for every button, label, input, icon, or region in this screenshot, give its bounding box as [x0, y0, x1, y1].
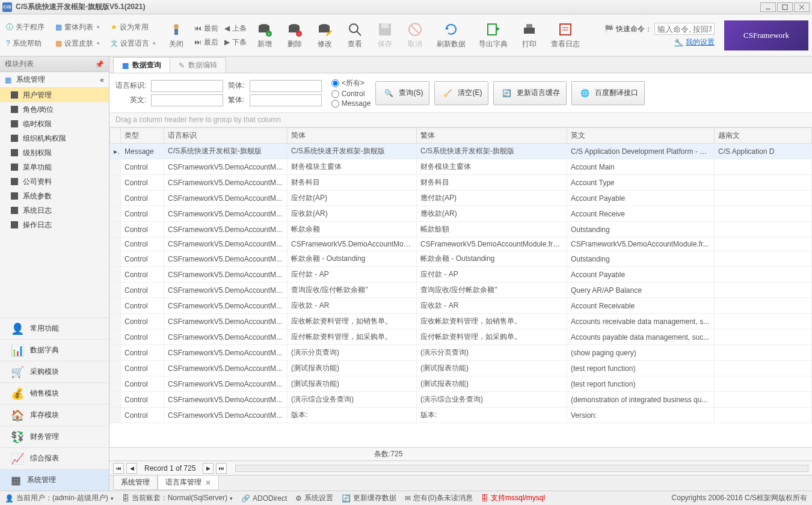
pager-next[interactable]: ▶ — [203, 463, 214, 474]
col-header[interactable]: 简体 — [288, 128, 417, 144]
bignav-0[interactable]: 👤常用功能 — [0, 317, 109, 339]
pager-first[interactable]: ⏮ — [113, 463, 124, 474]
btab-sysmgr[interactable]: 系统管理 — [113, 476, 158, 490]
quickcmd-input[interactable] — [654, 23, 715, 35]
next-button[interactable]: ▶下条 — [224, 37, 247, 47]
maximize-button[interactable] — [777, 2, 793, 12]
close-icon[interactable]: ✕ — [205, 479, 211, 487]
view-button[interactable]: 查看 — [343, 20, 367, 50]
status-account[interactable]: 🗄当前账套：Normal(SqlServer)▾ — [122, 493, 233, 503]
sidebar-item-6[interactable]: 公司资料 — [0, 174, 109, 189]
update-cache-button[interactable]: 🔄更新语言缓存 — [493, 81, 567, 105]
group-panel[interactable]: Drag a column header here to group by th… — [109, 113, 812, 127]
bignav-6[interactable]: 📈综合报表 — [0, 447, 109, 469]
table-row[interactable]: ControlCSFrameworkV5.DemoAccountM...应付款(… — [110, 191, 812, 206]
refresh-button[interactable]: 刷新数据 — [433, 20, 469, 50]
sidebar-item-9[interactable]: 操作日志 — [0, 218, 109, 232]
add-button[interactable]: +新增 — [253, 20, 277, 50]
col-header[interactable]: 繁体 — [417, 128, 567, 144]
radio-all[interactable]: <所有> — [331, 78, 371, 88]
radio-message[interactable]: Message — [331, 99, 371, 108]
status-db[interactable]: 🗄支持mssql/mysql — [481, 493, 545, 503]
bignav-7[interactable]: ▦系统管理 — [0, 469, 109, 491]
table-row[interactable]: ControlCSFrameworkV5.DemoAccountM...帐款余额… — [110, 251, 812, 267]
tab-data-query[interactable]: ▦数据查询 — [113, 57, 170, 73]
about-button[interactable]: ⓘ关于程序 — [4, 21, 47, 34]
query-button[interactable]: 🔍查询(S) — [375, 81, 429, 105]
setlang-button[interactable]: 文设置语言▾ — [108, 37, 158, 50]
table-row[interactable]: ControlCSFrameworkV5.DemoAccountM...应付帐款… — [110, 329, 812, 345]
radio-control[interactable]: Control — [331, 90, 371, 98]
sidebar-item-4[interactable]: 级别权限 — [0, 145, 109, 160]
bignav-5[interactable]: 💱财务管理 — [0, 426, 109, 447]
clear-button[interactable]: 🧹清空(E) — [434, 81, 488, 105]
status-user[interactable]: 👤当前用户：(admin-超级用户)▾ — [5, 493, 114, 503]
tab-data-edit[interactable]: ✎数据编辑 — [170, 57, 226, 73]
setskin-button[interactable]: ▦设置皮肤▾ — [53, 37, 102, 50]
db-icon: 🗄 — [481, 494, 488, 503]
table-row[interactable]: ControlCSFrameworkV5.DemoAccountM...(演示分… — [110, 345, 812, 361]
pager-prev[interactable]: ◀ — [126, 463, 137, 474]
table-row[interactable]: ControlCSFrameworkV5.DemoAccountM...CSFr… — [110, 237, 812, 251]
status-cache[interactable]: 🔄更新缓存数据 — [342, 493, 396, 503]
baidu-button[interactable]: 🌐百度翻译接口 — [571, 81, 645, 105]
data-grid[interactable]: 类型语言标识简体繁体英文越南文 ▸MessageC/S系统快速开发框架-旗舰版C… — [109, 127, 812, 447]
setdefault-button[interactable]: ★设为常用 — [108, 21, 158, 34]
table-row[interactable]: ControlCSFrameworkV5.DemoAccountM...(测试报… — [110, 376, 812, 392]
syshelp-button[interactable]: ?系统帮助 — [4, 37, 47, 50]
pager-last[interactable]: ⏭ — [216, 463, 227, 474]
sidebar-category[interactable]: ▦系统管理« — [0, 72, 109, 88]
eng-input[interactable] — [151, 94, 223, 106]
bignav-4[interactable]: 🏠库存模块 — [0, 404, 109, 426]
viewlog-button[interactable]: 查看日志 — [547, 20, 583, 50]
sidebar-item-5[interactable]: 菜单功能 — [0, 160, 109, 174]
sidebar-item-7[interactable]: 系统参数 — [0, 189, 109, 203]
lang-input[interactable] — [151, 80, 223, 92]
table-row[interactable]: ControlCSFrameworkV5.DemoAccountM...帐款余额… — [110, 222, 812, 237]
table-row[interactable]: ▸MessageC/S系统快速开发框架-旗舰版C/S系统快速开发框架-旗舰版C/… — [110, 144, 812, 159]
mysetting-link[interactable]: 🔧我的设置 — [674, 37, 715, 47]
table-row[interactable]: ControlCSFrameworkV5.DemoAccountM...应收帐款… — [110, 314, 812, 329]
trad-input[interactable] — [250, 94, 322, 106]
table-row[interactable]: ControlCSFrameworkV5.DemoAccountM...应收款 … — [110, 298, 812, 314]
col-header[interactable]: 英文 — [567, 128, 715, 144]
table-row[interactable]: ControlCSFrameworkV5.DemoAccountM...应收款(… — [110, 206, 812, 222]
prev-button[interactable]: ◀上条 — [224, 23, 247, 34]
status-msg[interactable]: ✉您有(0)条未读消息 — [405, 493, 473, 503]
simp-input[interactable] — [250, 80, 322, 92]
first-button[interactable]: ⏮最前 — [194, 23, 218, 34]
bignav-3[interactable]: 💰销售模块 — [0, 382, 109, 404]
hscrollbar[interactable] — [235, 465, 808, 472]
table-row[interactable]: ControlCSFrameworkV5.DemoAccountM...财务模块… — [110, 159, 812, 175]
sidebar-item-3[interactable]: 组织机构权限 — [0, 131, 109, 145]
export-button[interactable]: 导出字典 — [475, 20, 511, 50]
status-settings[interactable]: ⚙系统设置 — [295, 493, 333, 503]
sidebar-item-0[interactable]: 用户管理 — [0, 88, 109, 102]
table-row[interactable]: ControlCSFrameworkV5.DemoAccountM...(演示综… — [110, 392, 812, 408]
modify-button[interactable]: 修改 — [313, 20, 337, 50]
windowlist-button[interactable]: ▦窗体列表▾ — [53, 21, 102, 34]
last-button[interactable]: ⏭最后 — [194, 37, 218, 47]
close-button[interactable] — [794, 2, 810, 12]
bignav-1[interactable]: 📊数据字典 — [0, 339, 109, 361]
sidebar-item-8[interactable]: 系统日志 — [0, 203, 109, 218]
bignav-2[interactable]: 🛒采购模块 — [0, 361, 109, 382]
db-icon: 🗄 — [122, 494, 129, 503]
print-button[interactable]: 打印 — [517, 20, 541, 50]
col-header[interactable]: 类型 — [121, 128, 164, 144]
delete-button[interactable]: −删除 — [283, 20, 307, 50]
col-header[interactable]: 越南文 — [715, 128, 812, 144]
table-row[interactable]: ControlCSFrameworkV5.DemoAccountM...财务科目… — [110, 175, 812, 191]
sidebar-item-1[interactable]: 角色/岗位 — [0, 102, 109, 117]
table-row[interactable]: ControlCSFrameworkV5.DemoAccountM...查询应收… — [110, 283, 812, 298]
table-row[interactable]: ControlCSFrameworkV5.DemoAccountM...版本:版… — [110, 408, 812, 423]
table-row[interactable]: ControlCSFrameworkV5.DemoAccountM...应付款 … — [110, 267, 812, 283]
status-ado[interactable]: 🔗ADODirect — [241, 494, 287, 503]
pin-icon[interactable]: 📌 — [95, 60, 104, 69]
btab-langmgr[interactable]: 语言库管理✕ — [158, 476, 219, 490]
col-header[interactable]: 语言标识 — [164, 128, 288, 144]
minimize-button[interactable] — [760, 2, 776, 12]
close-tab-button[interactable]: 关闭 — [164, 20, 188, 50]
sidebar-item-2[interactable]: 临时权限 — [0, 117, 109, 131]
table-row[interactable]: ControlCSFrameworkV5.DemoAccountM...(测试报… — [110, 361, 812, 376]
